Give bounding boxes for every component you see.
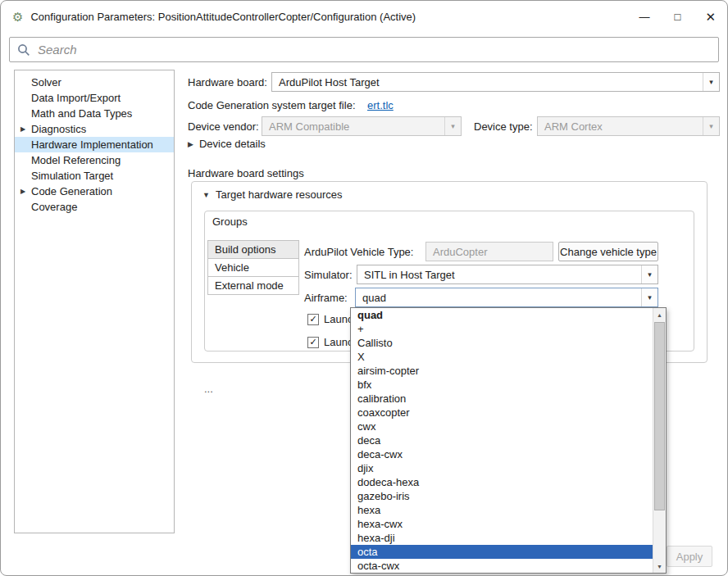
airframe-option[interactable]: hexa bbox=[351, 503, 653, 517]
airframe-option[interactable]: coaxcopter bbox=[351, 406, 653, 420]
chevron-down-icon[interactable]: ▾ bbox=[703, 117, 719, 135]
device-details-toggle[interactable]: ▶ Device details bbox=[188, 138, 266, 150]
airframe-option[interactable]: airsim-copter bbox=[351, 364, 653, 378]
apply-button-label: Apply bbox=[676, 551, 703, 563]
sidebar-item-label: Simulation Target bbox=[31, 170, 113, 182]
hardware-board-settings-label: Hardware board settings bbox=[188, 167, 304, 179]
sidebar-item-math-and-data-types[interactable]: Math and Data Types bbox=[15, 106, 174, 121]
simulator-value: SITL in Host Target bbox=[357, 265, 641, 283]
airframe-option[interactable]: deca bbox=[351, 433, 653, 447]
airframe-dropdown-list: quad + Callisto X airsim-copter bfx cali… bbox=[350, 307, 667, 574]
maximize-button[interactable]: □ bbox=[675, 11, 681, 22]
sidebar-item-model-referencing[interactable]: Model Referencing bbox=[15, 152, 174, 168]
vehicle-type-value: ArduCopter bbox=[433, 246, 487, 258]
launch-checkbox-label: Launc bbox=[324, 313, 353, 325]
airframe-option[interactable]: calibration bbox=[351, 392, 653, 406]
airframe-option[interactable]: bfx bbox=[351, 378, 653, 392]
airframe-option[interactable]: djix bbox=[351, 461, 653, 475]
airframe-option[interactable]: + bbox=[351, 322, 653, 336]
checkbox-checked-icon[interactable]: ✓ bbox=[307, 337, 319, 348]
checkbox-checked-icon[interactable]: ✓ bbox=[307, 314, 319, 325]
search-bar[interactable] bbox=[9, 37, 719, 62]
scrollbar-up-icon[interactable]: ▲ bbox=[653, 308, 666, 321]
close-button[interactable]: ✕ bbox=[705, 11, 716, 23]
device-type-combo[interactable]: ARM Cortex ▾ bbox=[537, 116, 720, 136]
search-input[interactable] bbox=[38, 43, 711, 57]
chevron-down-icon[interactable]: ▾ bbox=[641, 288, 657, 306]
app-gear-icon: ⚙ bbox=[12, 11, 23, 23]
sidebar-item-simulation-target[interactable]: Simulation Target bbox=[15, 168, 174, 184]
change-vehicle-type-button[interactable]: Change vehicle type bbox=[558, 242, 658, 261]
tab-external-mode[interactable]: External mode bbox=[207, 276, 299, 295]
airframe-option[interactable]: dodeca-hexa bbox=[351, 475, 653, 489]
airframe-option-selected[interactable]: octa bbox=[351, 545, 653, 559]
groups-label: Groups bbox=[212, 215, 248, 228]
sidebar-item-diagnostics[interactable]: ▶ Diagnostics bbox=[15, 121, 174, 137]
expand-arrow-icon[interactable]: ▶ bbox=[20, 125, 31, 133]
sidebar-item-solver[interactable]: Solver bbox=[15, 75, 174, 90]
airframe-label: Airframe: bbox=[304, 292, 348, 304]
airframe-option[interactable]: hexa-cwx bbox=[351, 517, 653, 531]
titlebar: ⚙ Configuration Parameters: PositionAtti… bbox=[1, 1, 727, 32]
sidebar-item-label: Coverage bbox=[31, 201, 77, 213]
airframe-option[interactable]: octa-cwx bbox=[351, 559, 653, 573]
hardware-board-label: Hardware board: bbox=[188, 76, 267, 88]
minimize-button[interactable]: — bbox=[639, 11, 650, 22]
airframe-value: quad bbox=[356, 288, 641, 306]
chevron-down-icon[interactable]: ▾ bbox=[444, 117, 461, 135]
airframe-option[interactable]: Callisto bbox=[351, 336, 653, 350]
airframe-option[interactable]: cwx bbox=[351, 420, 653, 433]
device-type-label: Device type: bbox=[474, 120, 533, 133]
scrollbar-down-icon[interactable]: ▼ bbox=[653, 560, 666, 573]
apply-button[interactable]: Apply bbox=[667, 546, 712, 567]
sidebar-item-label: Hardware Implementation bbox=[31, 138, 153, 151]
sidebar-item-label: Code Generation bbox=[31, 185, 112, 197]
airframe-option[interactable]: X bbox=[351, 350, 653, 364]
search-icon bbox=[17, 43, 30, 57]
device-vendor-value: ARM Compatible bbox=[262, 117, 444, 135]
window-controls: — □ ✕ bbox=[639, 11, 716, 23]
button-label: Change vehicle type bbox=[560, 246, 657, 258]
ert-tlc-link[interactable]: ert.tlc bbox=[367, 99, 394, 111]
scrollbar-thumb[interactable] bbox=[654, 322, 665, 510]
airframe-option[interactable]: quad bbox=[351, 308, 653, 322]
target-hardware-resources-toggle[interactable]: ▼ Target hardware resources bbox=[202, 188, 343, 201]
airframe-option[interactable]: gazebo-iris bbox=[351, 489, 653, 503]
sidebar-item-label: Math and Data Types bbox=[31, 107, 132, 120]
sidebar-item-label: Solver bbox=[31, 76, 61, 88]
tab-label: External mode bbox=[215, 279, 284, 292]
sidebar-item-data-import-export[interactable]: Data Import/Export bbox=[15, 90, 174, 106]
sidebar-item-code-generation[interactable]: ▶ Code Generation bbox=[15, 184, 174, 199]
vehicle-type-label: ArduPilot Vehicle Type: bbox=[304, 246, 413, 258]
sidebar-item-label: Model Referencing bbox=[31, 154, 121, 166]
hardware-board-combo[interactable]: ArduPilot Host Target ▾ bbox=[271, 72, 720, 92]
tab-vehicle[interactable]: Vehicle bbox=[207, 258, 299, 277]
chevron-down-icon[interactable]: ▾ bbox=[703, 73, 719, 91]
category-sidebar: Solver Data Import/Export Math and Data … bbox=[14, 70, 175, 533]
device-type-value: ARM Cortex bbox=[538, 117, 703, 135]
tab-build-options[interactable]: Build options bbox=[207, 240, 299, 259]
vehicle-type-field: ArduCopter bbox=[425, 242, 553, 261]
chevron-down-icon[interactable]: ▾ bbox=[641, 265, 657, 283]
airframe-option[interactable]: deca-cwx bbox=[351, 447, 653, 461]
device-vendor-label: Device vendor: bbox=[188, 120, 259, 133]
target-hardware-resources-label: Target hardware resources bbox=[216, 188, 343, 201]
launch-checkbox-row-1[interactable]: ✓ Launc bbox=[307, 313, 353, 325]
tab-label: Vehicle bbox=[215, 261, 249, 274]
collapse-arrow-icon: ▼ bbox=[202, 191, 210, 199]
airframe-dropdown-items: quad + Callisto X airsim-copter bfx cali… bbox=[351, 308, 653, 573]
device-details-label: Device details bbox=[199, 138, 266, 150]
device-vendor-combo[interactable]: ARM Compatible ▾ bbox=[262, 116, 462, 136]
sidebar-item-coverage[interactable]: Coverage bbox=[15, 199, 174, 215]
sidebar-item-label: Diagnostics bbox=[31, 123, 86, 135]
window-title: Configuration Parameters: PositionAttitu… bbox=[30, 11, 416, 23]
expand-arrow-icon: ▶ bbox=[188, 140, 193, 148]
launch-checkbox-label: Launc bbox=[324, 336, 353, 348]
expand-arrow-icon[interactable]: ▶ bbox=[20, 188, 31, 195]
airframe-combo[interactable]: quad ▾ bbox=[355, 288, 658, 307]
dropdown-scrollbar[interactable]: ▲ ▼ bbox=[653, 308, 666, 573]
simulator-combo[interactable]: SITL in Host Target ▾ bbox=[357, 265, 658, 284]
launch-checkbox-row-2[interactable]: ✓ Launc bbox=[307, 336, 353, 348]
sidebar-item-hardware-implementation[interactable]: Hardware Implementation bbox=[15, 137, 174, 152]
airframe-option[interactable]: hexa-dji bbox=[351, 531, 653, 545]
